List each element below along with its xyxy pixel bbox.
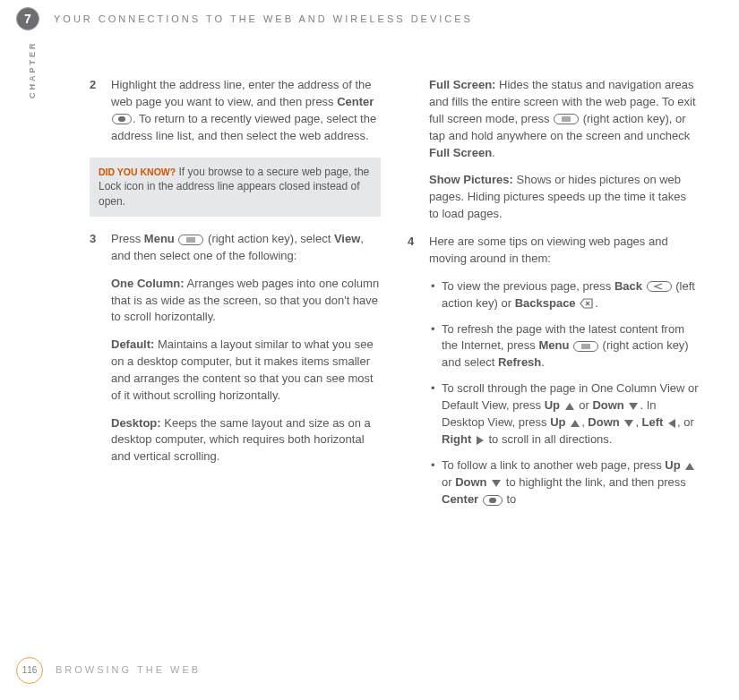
default-option: Default: Maintains a layout similar to w…	[111, 337, 381, 404]
text: ,	[635, 415, 641, 429]
list-item: To view the previous page, press Back (l…	[429, 278, 699, 312]
desktop-option: Desktop: Keeps the same layout and size …	[111, 415, 381, 466]
paragraph: Press Menu (right action key), select Vi…	[111, 231, 381, 265]
tips-list: To view the previous page, press Back (l…	[429, 278, 699, 508]
text: Press	[111, 232, 144, 245]
bold: Backspace	[515, 296, 576, 310]
bold: Center	[337, 95, 374, 108]
up-arrow-icon	[570, 414, 580, 431]
bold: Default:	[111, 337, 154, 351]
down-arrow-icon	[491, 474, 502, 491]
step-3: 3 Press Menu (right action key), select …	[90, 231, 381, 476]
text: to	[506, 492, 516, 506]
up-arrow-icon	[684, 457, 695, 474]
text: .	[541, 355, 545, 369]
bold: Center	[442, 492, 478, 506]
paragraph: Here are some tips on viewing web pages …	[429, 234, 699, 268]
bold: Up	[550, 415, 565, 429]
left-column: 2 Highlight the address line, enter the …	[90, 77, 381, 530]
show-pictures-option: Show Pictures: Shows or hides pictures o…	[429, 172, 699, 223]
did-you-know-box: DID YOU KNOW? If you browse to a secure …	[90, 158, 381, 217]
svg-marker-18	[629, 403, 638, 410]
svg-rect-26	[489, 498, 496, 503]
step-2: 2 Highlight the address line, enter the …	[90, 77, 381, 145]
footer-section-title: BROWSING THE WEB	[56, 663, 201, 678]
bold: Menu	[538, 338, 569, 352]
bold: View	[334, 232, 360, 245]
left-arrow-icon	[667, 414, 676, 431]
text: To follow a link to another web page, pr…	[442, 458, 665, 472]
bold: One Column:	[111, 277, 185, 290]
step-number: 3	[90, 231, 111, 476]
right-arrow-icon	[476, 431, 485, 448]
svg-marker-24	[492, 480, 501, 487]
text: or	[579, 398, 592, 412]
bold: Full Screen:	[429, 78, 495, 91]
chapter-side-label: CHAPTER	[27, 40, 39, 98]
list-item: To follow a link to another web page, pr…	[429, 457, 699, 508]
bold: Full Screen	[429, 146, 492, 159]
svg-marker-21	[668, 419, 675, 428]
list-item: To refresh the page with the latest cont…	[429, 321, 699, 372]
page-number-badge: 116	[16, 657, 43, 684]
center-key-icon	[112, 111, 132, 128]
tip-label: DID YOU KNOW?	[99, 166, 176, 177]
bold: Down	[588, 415, 619, 429]
text: Highlight the address line, enter the ad…	[111, 78, 372, 108]
svg-marker-20	[624, 420, 633, 427]
step-body: Here are some tips on viewing web pages …	[429, 234, 699, 517]
text: .	[595, 296, 598, 310]
text: (right action key), select	[208, 232, 334, 245]
bold: Down	[592, 398, 623, 412]
down-arrow-icon	[628, 397, 639, 414]
text: Here are some tips on viewing web pages …	[429, 235, 668, 265]
bold: Desktop:	[111, 416, 161, 430]
up-arrow-icon	[564, 397, 575, 414]
step-body: Press Menu (right action key), select Vi…	[111, 231, 381, 476]
chapter-number-badge: 7	[16, 7, 39, 30]
full-screen-option: Full Screen: Hides the status and naviga…	[429, 77, 699, 161]
svg-marker-19	[571, 420, 580, 427]
main-content: 2 Highlight the address line, enter the …	[90, 77, 699, 530]
text: To view the previous page, press	[442, 279, 614, 293]
back-key-icon	[647, 278, 672, 295]
header-title: YOUR CONNECTIONS TO THE WEB AND WIRELESS…	[54, 13, 473, 27]
bold: Up	[545, 398, 560, 412]
footer: 116 BROWSING THE WEB	[16, 657, 201, 684]
menu-key-icon	[178, 231, 203, 248]
text: . To return to a recently viewed page, s…	[111, 112, 376, 142]
text: to highlight the link, and then press	[506, 475, 686, 489]
menu-key-icon	[554, 111, 579, 128]
bold: Back	[614, 279, 642, 293]
text: to scroll in all directions.	[486, 432, 613, 446]
text: or	[442, 475, 455, 489]
backspace-key-icon	[580, 295, 594, 312]
svg-marker-23	[685, 463, 694, 470]
step-4: 4 Here are some tips on viewing web page…	[408, 234, 699, 517]
list-item: To scroll through the page in One Column…	[429, 380, 699, 448]
menu-key-icon	[573, 338, 598, 355]
svg-rect-1	[118, 116, 125, 122]
down-arrow-icon	[623, 414, 634, 431]
svg-marker-22	[477, 436, 484, 445]
one-column-option: One Column: Arranges web pages into one …	[111, 276, 381, 327]
bold: Refresh	[498, 355, 541, 369]
bold: Menu	[144, 232, 175, 245]
bold: Right	[442, 432, 471, 446]
bold: Up	[665, 458, 680, 472]
bold: Left	[642, 415, 664, 429]
step-body: Highlight the address line, enter the ad…	[111, 77, 381, 145]
right-column: Full Screen: Hides the status and naviga…	[408, 77, 699, 530]
bold: Show Pictures:	[429, 173, 513, 186]
text: , or	[677, 415, 694, 429]
svg-marker-17	[565, 403, 574, 410]
step-number: 4	[408, 234, 429, 517]
svg-rect-10	[647, 282, 671, 292]
step-number: 2	[90, 77, 111, 145]
text: .	[492, 146, 495, 159]
bold: Down	[455, 475, 486, 489]
center-key-icon	[483, 491, 503, 508]
